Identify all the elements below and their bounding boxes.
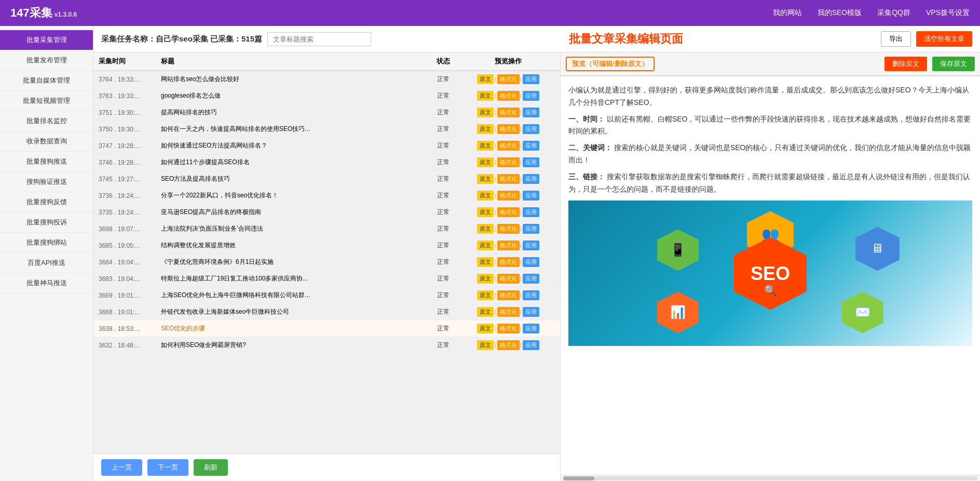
table-row[interactable]: 3747 . 19:28:... 如何快速通过SEO方法提高网站排名？ 正常 原… xyxy=(93,138,560,154)
op-apply-button[interactable]: 应用 xyxy=(523,174,539,184)
row-title: googleseo排名怎么做 xyxy=(161,91,425,100)
op-format-button[interactable]: 格式化 xyxy=(497,74,520,84)
op-apply-button[interactable]: 应用 xyxy=(523,340,539,350)
scroll-thumb[interactable] xyxy=(563,476,594,480)
op-apply-button[interactable]: 应用 xyxy=(523,141,539,151)
op-format-button[interactable]: 格式化 xyxy=(497,124,520,134)
refresh-button[interactable]: 刷新 xyxy=(194,459,228,476)
op-apply-button[interactable]: 应用 xyxy=(523,124,539,134)
op-apply-button[interactable]: 应用 xyxy=(523,191,539,201)
op-format-button[interactable]: 格式化 xyxy=(497,108,520,117)
search-input[interactable] xyxy=(267,32,371,46)
op-format-button[interactable]: 格式化 xyxy=(497,207,520,217)
op-apply-button[interactable]: 应用 xyxy=(523,257,539,267)
nav-vps-settings[interactable]: VPS拨号设置 xyxy=(926,8,970,18)
op-apply-button[interactable]: 应用 xyxy=(523,157,539,167)
op-orig-button[interactable]: 原文 xyxy=(477,124,494,134)
table-row[interactable]: 3684 . 19:04:... 《宁夏优化营商环境条例》6月1日起实施 正常 … xyxy=(93,254,560,271)
op-format-button[interactable]: 格式化 xyxy=(497,157,520,167)
nav-collect-qq[interactable]: 采集QQ群 xyxy=(877,8,910,18)
table-row[interactable]: 3751 . 19:30:... 提高网站排名的技巧 正常 原文 | 格式化 |… xyxy=(93,104,560,121)
save-original-button[interactable]: 保存原文 xyxy=(932,57,975,71)
op-apply-button[interactable]: 应用 xyxy=(523,207,539,217)
sidebar-item-shenma[interactable]: 批量神马推送 xyxy=(0,273,93,293)
sidebar-item-media[interactable]: 批量自媒体管理 xyxy=(0,71,93,91)
op-orig-button[interactable]: 原文 xyxy=(477,324,494,333)
op-apply-button[interactable]: 应用 xyxy=(523,307,539,317)
sidebar-item-sogou-push[interactable]: 批量搜狗推送 xyxy=(0,152,93,172)
op-orig-button[interactable]: 原文 xyxy=(477,157,494,167)
prev-page-button[interactable]: 上一页 xyxy=(101,459,142,476)
table-row[interactable]: 3745 . 19:27:... SEO方法及提高排名技巧 正常 原文 | 格式… xyxy=(93,171,560,188)
op-orig-button[interactable]: 原文 xyxy=(477,274,494,284)
sidebar-item-sogou-complaint[interactable]: 批量搜狗投诉 xyxy=(0,212,93,233)
sidebar-item-collect[interactable]: 批量采集管理 xyxy=(0,30,93,50)
op-format-button[interactable]: 格式化 xyxy=(497,174,520,184)
table-row[interactable]: 3668 . 19:01:... 外链代发包收录上海新媒体seo牛巨微科技公司 … xyxy=(93,304,560,320)
op-format-button[interactable]: 格式化 xyxy=(497,224,520,234)
op-orig-button[interactable]: 原文 xyxy=(477,307,494,317)
table-row[interactable]: 3735 . 19:24:... 亚马逊SEO提高产品排名的终极指南 正常 原文… xyxy=(93,204,560,221)
table-row[interactable]: 3750 . 19:30:... 如何在一天之内，快速提高网站排名的使用SEO技… xyxy=(93,121,560,138)
op-orig-button[interactable]: 原文 xyxy=(477,224,494,234)
op-apply-button[interactable]: 应用 xyxy=(523,224,539,234)
op-orig-button[interactable]: 原文 xyxy=(477,91,494,101)
op-apply-button[interactable]: 应用 xyxy=(523,240,539,250)
op-format-button[interactable]: 格式化 xyxy=(497,307,520,317)
op-format-button[interactable]: 格式化 xyxy=(497,240,520,250)
table-row[interactable]: 3764 . 19:33:... 网站排名seo怎么做会比较好 正常 原文 | … xyxy=(93,71,560,88)
next-page-button[interactable]: 下一页 xyxy=(147,459,188,476)
table-row[interactable]: 3638 . 18:53:... SEO优化的步骤 正常 原文 | 格式化 | … xyxy=(93,320,560,337)
op-orig-button[interactable]: 原文 xyxy=(477,257,494,267)
op-orig-button[interactable]: 原文 xyxy=(477,290,494,300)
op-apply-button[interactable]: 应用 xyxy=(523,290,539,300)
sidebar-item-index-query[interactable]: 收录数据查询 xyxy=(0,131,93,152)
top-bar: 采集任务名称：自己学seo采集 已采集：515篇 批量文章采集编辑页面 导出 清… xyxy=(93,26,980,52)
op-orig-button[interactable]: 原文 xyxy=(477,174,494,184)
op-apply-button[interactable]: 应用 xyxy=(523,74,539,84)
op-orig-button[interactable]: 原文 xyxy=(477,340,494,350)
op-format-button[interactable]: 格式化 xyxy=(497,191,520,201)
table-row[interactable]: 3698 . 19:07:... 上海法院判决'负面压制业务'合同违法 正常 原… xyxy=(93,221,560,237)
op-apply-button[interactable]: 应用 xyxy=(523,324,539,333)
sidebar-item-video[interactable]: 批量短视频管理 xyxy=(0,91,93,111)
export-button[interactable]: 导出 xyxy=(881,31,911,47)
op-orig-button[interactable]: 原文 xyxy=(477,240,494,250)
op-format-button[interactable]: 格式化 xyxy=(497,91,520,101)
table-row[interactable]: 3763 . 19:33:... googleseo排名怎么做 正常 原文 | … xyxy=(93,88,560,104)
nav-my-site[interactable]: 我的网站 xyxy=(773,8,802,18)
op-format-button[interactable]: 格式化 xyxy=(497,257,520,267)
nav-my-seo[interactable]: 我的SEO模版 xyxy=(818,8,862,18)
row-title: 上海SEO优化外包上海牛巨微网络科技有限公司站群... xyxy=(161,291,425,300)
op-format-button[interactable]: 格式化 xyxy=(497,141,520,151)
horizontal-scrollbar[interactable] xyxy=(561,475,980,481)
table-row[interactable]: 3736 . 19:24:... 分享一个2022新风口，抖音seo优化排名！ … xyxy=(93,188,560,204)
row-ops: 原文 | 格式化 | 应用 xyxy=(461,274,555,284)
table-row[interactable]: 3632 . 18:48:... 如何利用SEO做全网霸屏营销? 正常 原文 |… xyxy=(93,337,560,354)
sidebar-item-sogou-feedback[interactable]: 批量搜狗反馈 xyxy=(0,192,93,212)
table-row[interactable]: 3685 . 19:05:... 结构调整优化发展提质增效 正常 原文 | 格式… xyxy=(93,237,560,254)
sidebar-item-sogou-bind[interactable]: 批量搜狗绑站 xyxy=(0,233,93,253)
op-orig-button[interactable]: 原文 xyxy=(477,108,494,117)
op-apply-button[interactable]: 应用 xyxy=(523,108,539,117)
op-format-button[interactable]: 格式化 xyxy=(497,274,520,284)
op-apply-button[interactable]: 应用 xyxy=(523,274,539,284)
row-status: 正常 xyxy=(425,241,461,250)
op-format-button[interactable]: 格式化 xyxy=(497,324,520,333)
op-orig-button[interactable]: 原文 xyxy=(477,207,494,217)
table-row[interactable]: 3746 . 19:28:... 如何通过11个步骤提高SEO排名 正常 原文 … xyxy=(93,154,560,171)
sidebar-item-baidu-api[interactable]: 百度API推送 xyxy=(0,253,93,273)
delete-original-button[interactable]: 删除原文 xyxy=(884,57,927,71)
op-orig-button[interactable]: 原文 xyxy=(477,74,494,84)
sidebar-item-rank-monitor[interactable]: 批量排名监控 xyxy=(0,111,93,131)
op-orig-button[interactable]: 原文 xyxy=(477,141,494,151)
op-apply-button[interactable]: 应用 xyxy=(523,91,539,101)
sidebar-item-publish[interactable]: 批量发布管理 xyxy=(0,50,93,71)
table-row[interactable]: 3669 . 19:01:... 上海SEO优化外包上海牛巨微网络科技有限公司站… xyxy=(93,287,560,304)
op-format-button[interactable]: 格式化 xyxy=(497,290,520,300)
op-orig-button[interactable]: 原文 xyxy=(477,191,494,201)
clear-all-button[interactable]: 清空所有文章 xyxy=(916,31,972,47)
sidebar-item-sogou-verify[interactable]: 搜狗验证推送 xyxy=(0,172,93,192)
op-format-button[interactable]: 格式化 xyxy=(497,340,520,350)
table-row[interactable]: 3683 . 19:04:... 特斯拉上海超级工厂19日复工推动100多家供应… xyxy=(93,271,560,287)
